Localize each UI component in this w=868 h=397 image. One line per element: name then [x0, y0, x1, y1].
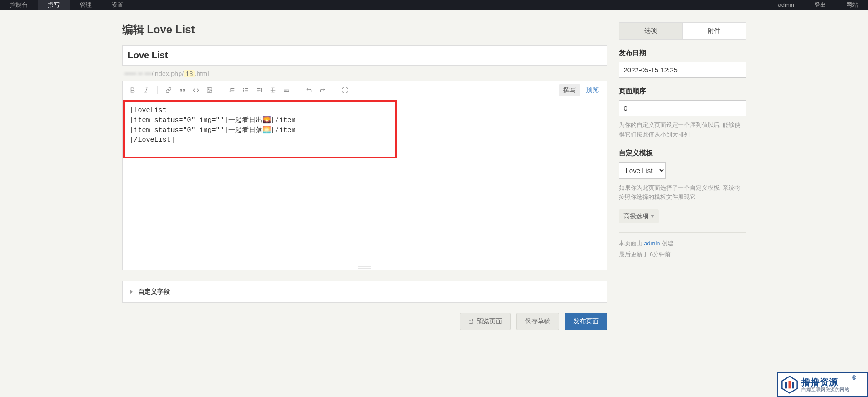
save-draft-button[interactable]: 保存草稿 [516, 313, 559, 330]
top-nav-left: 控制台 撰写 管理 设置 [0, 0, 134, 10]
preview-page-button[interactable]: 预览页面 [460, 313, 511, 330]
editor-content[interactable]: [loveList] [item status="0" img=""]一起看日出… [123, 99, 607, 152]
chevron-down-icon [651, 215, 654, 218]
slug-line[interactable]: ••••• •• •••/index.php/13.html [122, 66, 607, 81]
page-order-help: 为你的自定义页面设定一个序列值以后, 能够使得它们按此值从小到大排列 [619, 121, 746, 140]
custom-template-help: 如果你为此页面选择了一个自定义模板, 系统将按照你选择的模板文件展现它 [619, 183, 746, 203]
slug-host: ••••• •• ••• [125, 70, 152, 77]
publish-button[interactable]: 发布页面 [565, 313, 607, 330]
custom-template-select[interactable]: Love List [619, 162, 666, 179]
image-icon[interactable] [203, 84, 216, 96]
code-icon[interactable] [190, 84, 202, 96]
publish-date-label: 发布日期 [619, 49, 746, 57]
advanced-label: 高级选项 [623, 212, 649, 220]
svg-point-12 [243, 90, 243, 90]
slug-prefix: /index.php/ [152, 70, 184, 77]
bold-icon[interactable] [126, 84, 139, 96]
resize-grip[interactable] [123, 265, 607, 270]
top-nav: 控制台 撰写 管理 设置 admin 登出 网站 [0, 0, 868, 10]
nav-user[interactable]: admin [768, 0, 804, 10]
svg-line-2 [145, 88, 147, 92]
strikethrough-icon[interactable] [267, 84, 279, 96]
divider [619, 232, 746, 233]
quote-icon[interactable] [176, 84, 189, 96]
updated-meta: 最后更新于 6分钟前 [619, 249, 746, 260]
italic-icon[interactable] [140, 84, 153, 96]
nav-settings[interactable]: 设置 [102, 0, 134, 10]
redo-icon[interactable] [316, 84, 329, 96]
chevron-right-icon [130, 290, 134, 294]
page-title: 编辑 Love List [122, 22, 607, 37]
ordered-list-icon[interactable] [226, 84, 238, 96]
nav-compose[interactable]: 撰写 [38, 0, 70, 10]
top-nav-right: admin 登出 网站 [768, 0, 868, 10]
nav-logout[interactable]: 登出 [804, 0, 836, 10]
sidebar: 选项 附件 发布日期 页面顺序 为你的自定义页面设定一个序列值以后, 能够使得它… [619, 22, 746, 330]
sidebar-tabs: 选项 附件 [619, 22, 746, 40]
svg-point-4 [208, 89, 209, 90]
nav-website[interactable]: 网站 [836, 0, 868, 10]
heading-icon[interactable] [253, 84, 266, 96]
fullscreen-icon[interactable] [339, 84, 351, 96]
created-meta: 本页面由 admin 创建 [619, 238, 746, 249]
page-order-input[interactable] [619, 100, 746, 116]
slug-id[interactable]: 13 [184, 70, 195, 77]
svg-point-13 [243, 92, 243, 92]
created-user-link[interactable]: admin [644, 240, 660, 247]
custom-fields-label: 自定义字段 [138, 288, 170, 296]
mode-compose[interactable]: 撰写 [559, 84, 580, 96]
custom-fields-panel[interactable]: 自定义字段 [122, 281, 607, 303]
slug-suffix: .html [195, 70, 209, 77]
action-bar: 预览页面 保存草稿 发布页面 [122, 313, 607, 330]
external-link-icon [468, 319, 474, 324]
link-icon[interactable] [162, 84, 175, 96]
nav-console[interactable]: 控制台 [0, 0, 38, 10]
custom-template-label: 自定义模板 [619, 149, 746, 158]
svg-point-11 [243, 88, 243, 89]
advanced-options-toggle[interactable]: 高级选项 [619, 209, 659, 223]
tab-attachments[interactable]: 附件 [682, 23, 746, 39]
editor-area[interactable]: [loveList] [item status="0" img=""]一起看日出… [123, 99, 607, 265]
editor: 撰写 预览 [loveList] [item status="0" img=""… [122, 81, 607, 270]
editor-toolbar: 撰写 预览 [123, 81, 607, 99]
svg-marker-24 [130, 290, 133, 294]
unordered-list-icon[interactable] [239, 84, 252, 96]
svg-marker-25 [651, 215, 654, 218]
undo-icon[interactable] [303, 84, 315, 96]
nav-manage[interactable]: 管理 [70, 0, 102, 10]
publish-date-input[interactable] [619, 62, 746, 78]
tab-options[interactable]: 选项 [619, 23, 683, 39]
page-order-label: 页面顺序 [619, 87, 746, 96]
horizontal-rule-icon[interactable] [280, 84, 293, 96]
title-input[interactable] [122, 45, 607, 66]
mode-preview[interactable]: 预览 [581, 84, 603, 96]
preview-page-label: 预览页面 [477, 317, 502, 326]
